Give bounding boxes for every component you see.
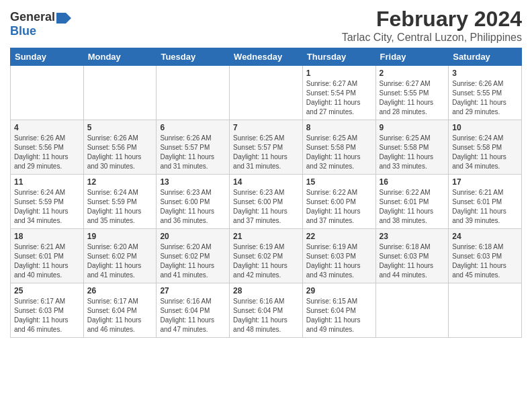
- cell-content: Sunrise: 6:21 AM Sunset: 6:01 PM Dayligh…: [14, 242, 80, 280]
- sunrise-text: Sunrise: 6:18 AM: [380, 243, 431, 250]
- sunrise-text: Sunrise: 6:21 AM: [14, 243, 65, 250]
- cell-content: Sunrise: 6:26 AM Sunset: 5:57 PM Dayligh…: [160, 134, 226, 171]
- sunset-text: Sunset: 6:01 PM: [452, 198, 502, 205]
- sunrise-text: Sunrise: 6:21 AM: [452, 189, 503, 196]
- cell-content: Sunrise: 6:21 AM Sunset: 6:01 PM Dayligh…: [452, 188, 518, 226]
- calendar-cell: 12 Sunrise: 6:24 AM Sunset: 5:59 PM Dayl…: [83, 175, 157, 229]
- subtitle: Tarlac City, Central Luzon, Philippines: [342, 32, 522, 44]
- calendar-cell: 3 Sunrise: 6:26 AM Sunset: 5:55 PM Dayli…: [449, 66, 522, 120]
- day-number: 2: [380, 68, 445, 78]
- weekday-header: Friday: [375, 48, 449, 66]
- sunset-text: Sunset: 5:58 PM: [306, 144, 356, 151]
- sunrise-text: Sunrise: 6:26 AM: [160, 134, 211, 142]
- day-number: 15: [306, 177, 372, 187]
- calendar-table: SundayMondayTuesdayWednesdayThursdayFrid…: [10, 48, 522, 338]
- daylight-text: Daylight: 11 hours and 32 minutes.: [306, 153, 361, 170]
- daylight-text: Daylight: 11 hours and 46 minutes.: [87, 316, 142, 333]
- main-title: February 2024: [342, 7, 522, 32]
- calendar-cell: 19 Sunrise: 6:20 AM Sunset: 6:02 PM Dayl…: [83, 229, 157, 283]
- sunrise-text: Sunrise: 6:15 AM: [306, 298, 357, 305]
- day-number: 17: [452, 177, 518, 187]
- day-number: 9: [380, 123, 445, 132]
- cell-content: Sunrise: 6:24 AM Sunset: 5:59 PM Dayligh…: [87, 188, 153, 226]
- cell-content: Sunrise: 6:25 AM Sunset: 5:58 PM Dayligh…: [306, 134, 372, 171]
- day-number: 5: [87, 123, 153, 132]
- sunset-text: Sunset: 6:04 PM: [306, 307, 356, 314]
- day-number: 4: [14, 123, 80, 132]
- sunset-text: Sunset: 6:00 PM: [233, 198, 283, 205]
- cell-content: Sunrise: 6:16 AM Sunset: 6:04 PM Dayligh…: [160, 297, 226, 334]
- sunset-text: Sunset: 6:02 PM: [87, 253, 137, 260]
- daylight-text: Daylight: 11 hours and 33 minutes.: [380, 153, 434, 170]
- sunrise-text: Sunrise: 6:16 AM: [233, 298, 284, 305]
- day-number: 12: [87, 177, 153, 187]
- sunset-text: Sunset: 5:59 PM: [14, 198, 64, 205]
- title-section: February 2024 Tarlac City, Central Luzon…: [342, 7, 522, 44]
- sunrise-text: Sunrise: 6:22 AM: [380, 189, 431, 196]
- day-number: 29: [306, 286, 372, 295]
- weekday-header: Tuesday: [157, 48, 230, 66]
- day-number: 10: [452, 123, 518, 132]
- daylight-text: Daylight: 11 hours and 39 minutes.: [452, 208, 506, 224]
- logo-blue-text: Blue: [10, 24, 36, 38]
- sunrise-text: Sunrise: 6:24 AM: [452, 134, 503, 142]
- sunset-text: Sunset: 6:03 PM: [380, 253, 429, 260]
- logo-arrow-icon: [56, 13, 71, 24]
- cell-content: Sunrise: 6:24 AM Sunset: 5:58 PM Dayligh…: [452, 134, 518, 171]
- calendar-cell: 4 Sunrise: 6:26 AM Sunset: 5:56 PM Dayli…: [11, 120, 84, 175]
- daylight-text: Daylight: 11 hours and 34 minutes.: [14, 208, 69, 224]
- sunrise-text: Sunrise: 6:20 AM: [87, 243, 138, 250]
- calendar-cell: [11, 66, 84, 120]
- sunrise-text: Sunrise: 6:26 AM: [14, 134, 65, 142]
- calendar-cell: 26 Sunrise: 6:17 AM Sunset: 6:04 PM Dayl…: [83, 283, 157, 338]
- cell-content: Sunrise: 6:15 AM Sunset: 6:04 PM Dayligh…: [306, 297, 372, 334]
- calendar-cell: 8 Sunrise: 6:25 AM Sunset: 5:58 PM Dayli…: [302, 120, 375, 175]
- calendar-week-row: 18 Sunrise: 6:21 AM Sunset: 6:01 PM Dayl…: [11, 229, 522, 283]
- calendar-cell: 9 Sunrise: 6:25 AM Sunset: 5:58 PM Dayli…: [375, 120, 449, 175]
- daylight-text: Daylight: 11 hours and 29 minutes.: [14, 153, 69, 170]
- sunset-text: Sunset: 6:03 PM: [14, 307, 64, 314]
- day-number: 11: [14, 177, 80, 187]
- daylight-text: Daylight: 11 hours and 30 minutes.: [87, 153, 142, 170]
- day-number: 8: [306, 123, 372, 132]
- sunset-text: Sunset: 6:03 PM: [452, 253, 502, 260]
- weekday-header: Monday: [83, 48, 157, 66]
- calendar-cell: [449, 283, 522, 338]
- sunset-text: Sunset: 6:02 PM: [233, 253, 283, 260]
- calendar-cell: 27 Sunrise: 6:16 AM Sunset: 6:04 PM Dayl…: [157, 283, 230, 338]
- calendar-cell: 28 Sunrise: 6:16 AM Sunset: 6:04 PM Dayl…: [230, 283, 303, 338]
- sunrise-text: Sunrise: 6:16 AM: [160, 298, 211, 305]
- day-number: 13: [160, 177, 226, 187]
- sunrise-text: Sunrise: 6:25 AM: [233, 134, 284, 142]
- calendar-cell: 29 Sunrise: 6:15 AM Sunset: 6:04 PM Dayl…: [302, 283, 375, 338]
- sunset-text: Sunset: 5:55 PM: [380, 89, 429, 97]
- sunrise-text: Sunrise: 6:24 AM: [87, 189, 138, 196]
- calendar-cell: 13 Sunrise: 6:23 AM Sunset: 6:00 PM Dayl…: [157, 175, 230, 229]
- daylight-text: Daylight: 11 hours and 47 minutes.: [160, 316, 214, 333]
- day-number: 3: [452, 68, 518, 78]
- day-number: 7: [233, 123, 299, 132]
- calendar-cell: 16 Sunrise: 6:22 AM Sunset: 6:01 PM Dayl…: [375, 175, 449, 229]
- cell-content: Sunrise: 6:26 AM Sunset: 5:55 PM Dayligh…: [452, 79, 518, 117]
- calendar-cell: 6 Sunrise: 6:26 AM Sunset: 5:57 PM Dayli…: [157, 120, 230, 175]
- sunset-text: Sunset: 5:57 PM: [160, 144, 210, 151]
- daylight-text: Daylight: 11 hours and 37 minutes.: [233, 208, 287, 224]
- cell-content: Sunrise: 6:17 AM Sunset: 6:03 PM Dayligh…: [14, 297, 80, 334]
- page-header: General Blue February 2024 Tarlac City, …: [10, 7, 522, 44]
- calendar-cell: 5 Sunrise: 6:26 AM Sunset: 5:56 PM Dayli…: [83, 120, 157, 175]
- day-number: 19: [87, 232, 153, 241]
- cell-content: Sunrise: 6:27 AM Sunset: 5:54 PM Dayligh…: [306, 79, 372, 117]
- sunset-text: Sunset: 6:04 PM: [87, 307, 137, 314]
- sunset-text: Sunset: 6:00 PM: [160, 198, 210, 205]
- calendar-cell: 7 Sunrise: 6:25 AM Sunset: 5:57 PM Dayli…: [230, 120, 303, 175]
- sunset-text: Sunset: 6:01 PM: [14, 253, 64, 260]
- sunset-text: Sunset: 5:58 PM: [380, 144, 429, 151]
- daylight-text: Daylight: 11 hours and 35 minutes.: [87, 208, 142, 224]
- calendar-cell: [83, 66, 157, 120]
- sunrise-text: Sunrise: 6:24 AM: [14, 189, 65, 196]
- daylight-text: Daylight: 11 hours and 46 minutes.: [14, 316, 69, 333]
- sunset-text: Sunset: 5:59 PM: [87, 198, 137, 205]
- weekday-header: Thursday: [302, 48, 375, 66]
- cell-content: Sunrise: 6:24 AM Sunset: 5:59 PM Dayligh…: [14, 188, 80, 226]
- daylight-text: Daylight: 11 hours and 27 minutes.: [306, 99, 361, 116]
